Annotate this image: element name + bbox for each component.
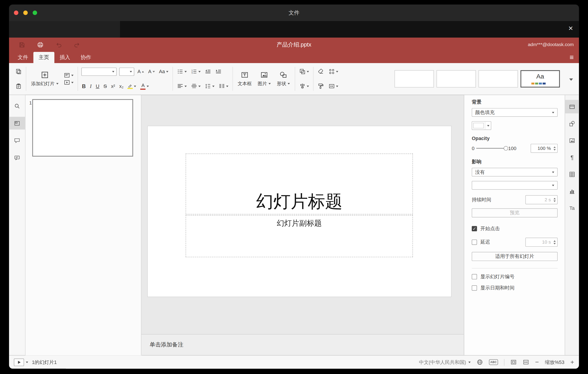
spinner-down-icon[interactable] bbox=[554, 243, 556, 244]
paste-button[interactable] bbox=[14, 83, 22, 90]
spinner-up-icon[interactable] bbox=[554, 198, 556, 199]
font-name-select[interactable] bbox=[81, 67, 116, 76]
spinner-down-icon[interactable] bbox=[554, 149, 556, 151]
decrement-font-size-button[interactable]: A bbox=[147, 68, 156, 75]
horizontal-align-button[interactable] bbox=[176, 83, 188, 90]
font-size-select[interactable] bbox=[119, 67, 134, 76]
numbering-button[interactable] bbox=[190, 68, 201, 75]
decrease-indent-button[interactable] bbox=[204, 68, 212, 75]
arrange-shape-button[interactable] bbox=[299, 68, 310, 75]
paragraph-settings-tab[interactable]: ¶ bbox=[565, 151, 579, 164]
tab-insert[interactable]: 插入 bbox=[54, 52, 75, 63]
spinner-up-icon[interactable] bbox=[554, 240, 556, 242]
start-on-click-checkbox[interactable] bbox=[472, 226, 477, 231]
slide-editor[interactable]: 幻灯片标题 幻灯片副标题 bbox=[148, 126, 451, 297]
opacity-input[interactable]: 100 % bbox=[531, 144, 558, 153]
delay-toggle[interactable]: 延迟 bbox=[472, 239, 490, 246]
insert-shape-button[interactable]: 形状 bbox=[275, 71, 291, 87]
slide-size-button[interactable] bbox=[328, 83, 339, 90]
copy-style-button[interactable] bbox=[317, 83, 325, 90]
bold-button[interactable]: B bbox=[81, 83, 86, 89]
copy-button[interactable] bbox=[14, 68, 22, 75]
table-settings-tab[interactable] bbox=[565, 167, 579, 181]
preview-button[interactable]: 预览 bbox=[472, 209, 558, 217]
add-slide-button[interactable]: 添加幻灯片 bbox=[30, 71, 60, 87]
minimize-traffic-light[interactable] bbox=[23, 11, 28, 15]
start-on-click-row[interactable]: 开始点击 bbox=[472, 225, 558, 232]
theme-option-2[interactable] bbox=[437, 70, 476, 88]
italic-button[interactable]: I bbox=[89, 83, 93, 89]
delay-input[interactable]: 10 s bbox=[525, 238, 558, 247]
redo-button[interactable] bbox=[73, 41, 81, 49]
slide-settings-tab[interactable] bbox=[565, 100, 579, 113]
strikethrough-button[interactable]: S bbox=[103, 83, 108, 89]
set-language-globe-button[interactable] bbox=[476, 359, 483, 365]
show-date-time-checkbox[interactable] bbox=[472, 286, 477, 291]
increase-indent-button[interactable] bbox=[214, 68, 222, 75]
spellcheck-button[interactable]: ABC bbox=[489, 359, 498, 365]
slide-layout-button[interactable] bbox=[63, 72, 74, 79]
spinner-down-icon[interactable] bbox=[554, 200, 556, 202]
color-scheme-button[interactable] bbox=[328, 68, 339, 75]
print-button[interactable] bbox=[36, 41, 44, 49]
opacity-slider[interactable] bbox=[476, 146, 507, 151]
background-fill-select[interactable]: 颜色填充 bbox=[472, 108, 558, 117]
tab-file[interactable]: 文件 bbox=[12, 52, 33, 63]
insert-textbox-button[interactable]: 文本框 bbox=[236, 71, 253, 87]
zoom-in-button[interactable]: + bbox=[570, 358, 574, 366]
show-date-time-row[interactable]: 显示日期和时间 bbox=[472, 285, 558, 291]
increment-font-size-button[interactable]: A bbox=[137, 68, 145, 75]
maximize-traffic-light[interactable] bbox=[33, 11, 37, 15]
feedback-button[interactable] bbox=[9, 151, 25, 164]
bullets-button[interactable] bbox=[176, 68, 188, 75]
clear-style-button[interactable] bbox=[317, 68, 325, 75]
comments-button[interactable] bbox=[9, 134, 25, 147]
subscript-button[interactable]: x₂ bbox=[118, 83, 124, 89]
close-traffic-light[interactable] bbox=[14, 11, 18, 15]
font-color-button[interactable]: A bbox=[140, 82, 150, 90]
subtitle-placeholder[interactable]: 幻灯片副标题 bbox=[186, 215, 413, 257]
shape-settings-tab[interactable] bbox=[565, 117, 579, 130]
title-placeholder[interactable]: 幻灯片标题 bbox=[186, 154, 413, 215]
spinner-up-icon[interactable] bbox=[554, 146, 556, 148]
show-slide-number-checkbox[interactable] bbox=[472, 274, 477, 279]
theme-option-selected[interactable]: Aa bbox=[521, 70, 560, 88]
slide-thumbnail[interactable] bbox=[32, 99, 133, 157]
menu-icon[interactable]: ≡ bbox=[570, 52, 574, 63]
insert-image-button[interactable]: 图片 bbox=[256, 71, 272, 87]
language-button[interactable]: 中文(中华人民共和国) bbox=[419, 359, 471, 365]
underline-button[interactable]: U bbox=[95, 83, 100, 89]
line-spacing-button[interactable] bbox=[204, 83, 215, 90]
notes-area[interactable]: 单击添加备注 bbox=[141, 334, 464, 355]
zoom-out-button[interactable]: − bbox=[535, 358, 539, 366]
image-settings-tab[interactable] bbox=[565, 134, 579, 147]
tab-home[interactable]: 主页 bbox=[33, 52, 54, 63]
close-icon[interactable]: × bbox=[568, 24, 573, 32]
fit-slide-button[interactable] bbox=[511, 359, 517, 365]
theme-option-1[interactable] bbox=[395, 70, 434, 88]
undo-button[interactable] bbox=[55, 41, 62, 49]
chart-settings-tab[interactable] bbox=[565, 184, 579, 198]
theme-option-3[interactable] bbox=[479, 70, 518, 88]
fit-width-button[interactable] bbox=[523, 359, 529, 365]
slides-panel-button[interactable] bbox=[9, 117, 25, 130]
highlight-color-button[interactable] bbox=[127, 83, 137, 89]
background-color-picker[interactable] bbox=[472, 121, 491, 130]
search-button[interactable] bbox=[9, 99, 25, 112]
theme-gallery-expand-button[interactable] bbox=[568, 75, 574, 83]
start-slideshow-button[interactable] bbox=[63, 79, 74, 86]
textart-settings-tab[interactable]: Ta bbox=[565, 201, 579, 215]
effect-variant-select[interactable] bbox=[472, 181, 558, 190]
duration-input[interactable]: 2 s bbox=[525, 195, 558, 204]
superscript-button[interactable]: x² bbox=[110, 83, 116, 89]
apply-to-all-button[interactable]: 适用于所有幻灯片 bbox=[472, 252, 558, 261]
align-shape-button[interactable] bbox=[299, 83, 310, 90]
save-button[interactable] bbox=[18, 41, 26, 49]
effect-select[interactable]: 没有 bbox=[472, 168, 558, 176]
columns-button[interactable] bbox=[218, 83, 229, 90]
vertical-align-button[interactable] bbox=[190, 83, 201, 90]
opacity-slider-knob[interactable] bbox=[504, 146, 508, 151]
delay-checkbox[interactable] bbox=[472, 240, 477, 245]
start-slideshow-status-button[interactable] bbox=[14, 358, 24, 366]
tab-collaboration[interactable]: 协作 bbox=[75, 52, 96, 63]
